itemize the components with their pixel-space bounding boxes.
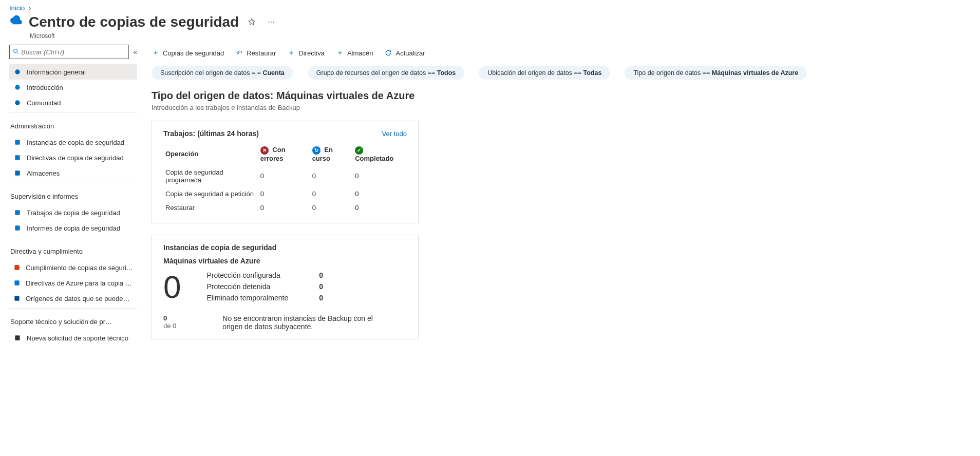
plus-icon: ＋ <box>287 49 295 57</box>
policy-button[interactable]: ＋ Directiva <box>287 49 325 57</box>
sidebar-item[interactable]: Directivas de copia de seguridad <box>9 150 137 165</box>
search-input[interactable] <box>21 48 125 56</box>
sidebar-section-title: Directiva y cumplimiento <box>9 240 87 258</box>
sidebar-item-label: Directivas de copia de seguridad <box>27 154 124 162</box>
sidebar-item-label: Orígenes de datos que se pueden proteger <box>26 295 133 302</box>
jobs-table: Operación ✕ Con errores ↻ En curso ✓ Com… <box>163 143 407 215</box>
section-title: Tipo del origen de datos: Máquinas virtu… <box>152 90 970 102</box>
svg-point-0 <box>14 49 17 52</box>
toolbar: ＋ Copias de seguridad ↶ Restaurar ＋ Dire… <box>152 45 970 64</box>
svg-rect-10 <box>14 265 19 270</box>
instances-total: 0 <box>163 271 181 303</box>
nav-icon <box>13 279 21 287</box>
sidebar-item-label: Información general <box>27 68 86 76</box>
svg-point-2 <box>15 69 20 74</box>
undo-icon: ↶ <box>235 49 243 57</box>
vault-button[interactable]: ＋ Almacén <box>336 49 373 57</box>
nav-icon <box>13 263 21 272</box>
filter-pill[interactable]: Ubicación del origen de datos == Todas <box>479 66 610 80</box>
page-title: Centro de copias de seguridad <box>29 14 239 30</box>
stat-label: Protección detenida <box>206 282 288 291</box>
nav-icon <box>13 224 22 232</box>
stat-value: 0 <box>319 294 323 302</box>
svg-point-3 <box>15 85 20 89</box>
breadcrumb-home[interactable]: Inicio <box>9 4 25 12</box>
sidebar-item-label: Nueva solicitud de soporte técnico <box>27 334 128 342</box>
error-icon: ✕ <box>260 146 269 155</box>
table-row: Copia de seguridad programada000 <box>163 165 407 187</box>
page-header: Centro de copias de seguridad ⋯ <box>0 12 980 31</box>
search-box[interactable] <box>9 45 129 59</box>
nav-icon <box>13 99 22 107</box>
sidebar-item-label: Trabajos de copia de seguridad <box>27 209 120 217</box>
sidebar-item[interactable]: Instancias de copia de seguridad <box>9 135 137 150</box>
sidebar-item-label: Almacenes <box>27 169 60 177</box>
nav-icon <box>13 208 22 217</box>
vault-label: Almacén <box>347 49 373 57</box>
pin-button[interactable] <box>245 16 258 29</box>
table-row: Copia de seguridad a petición000 <box>163 187 407 201</box>
restore-button[interactable]: ↶ Restaurar <box>235 49 276 57</box>
op-header: Operación <box>163 143 258 165</box>
breadcrumb: Inicio › <box>0 0 980 12</box>
filter-row: Suscripción del origen de datos = = Cuen… <box>152 64 970 90</box>
instances-footnote: No se encontraron instancias de Backup c… <box>222 314 387 331</box>
svg-point-4 <box>15 100 20 105</box>
svg-rect-7 <box>15 170 20 175</box>
sidebar-section-title: Supervisión e informes <box>9 185 82 203</box>
sidebar-item[interactable]: Cumplimiento de copias de seguridad para… <box>9 260 137 275</box>
see-all-link[interactable]: Ver todo <box>382 130 407 138</box>
nav-icon <box>13 334 22 342</box>
filter-pill[interactable]: Suscripción del origen de datos = = Cuen… <box>152 66 293 80</box>
main-content: ＋ Copias de seguridad ↶ Restaurar ＋ Dire… <box>141 45 980 351</box>
failed-header: ✕ Con errores <box>258 143 310 165</box>
chevron-right-icon: › <box>29 4 31 12</box>
nav-icon <box>13 294 21 302</box>
filter-pill[interactable]: Grupo de recursos del origen de datos ==… <box>308 66 464 80</box>
check-icon: ✓ <box>355 146 363 155</box>
sidebar-item-label: Comunidad <box>27 99 61 107</box>
nav-icon <box>13 138 22 146</box>
sidebar-item-label: Instancias de copia de seguridad <box>27 139 124 146</box>
sidebar-item[interactable]: Nueva solicitud de soporte técnico <box>9 330 137 346</box>
sidebar-section-title: Soporte técnico y solución de problemas <box>9 311 117 329</box>
nav-icon <box>13 169 22 177</box>
of-label: de 0 <box>163 322 176 330</box>
collapse-sidebar-button[interactable]: « <box>133 48 137 56</box>
filter-pill[interactable]: Tipo de origen de datos == Máquinas virt… <box>625 66 807 80</box>
sidebar-item-label: Informes de copia de seguridad <box>27 224 120 232</box>
svg-rect-6 <box>15 155 20 160</box>
sidebar-item[interactable]: Almacenes <box>9 165 137 181</box>
sidebar-item[interactable]: Comunidad <box>9 95 137 110</box>
sidebar-item[interactable]: Introducción <box>9 80 137 95</box>
svg-line-1 <box>17 52 18 53</box>
inprogress-header: ↻ En curso <box>310 143 353 165</box>
page-subtitle: Microsoft <box>0 31 980 40</box>
sidebar-item[interactable]: Información general <box>9 64 137 80</box>
progress-icon: ↻ <box>312 146 321 155</box>
refresh-label: Actualizar <box>395 49 425 57</box>
sidebar-item[interactable]: Informes de copia de seguridad <box>9 220 137 236</box>
instances-card-title: Instancias de copia de seguridad <box>163 243 407 252</box>
table-row: Restaurar000 <box>163 201 407 215</box>
instances-card-subtitle: Máquinas virtuales de Azure <box>163 257 407 265</box>
section-subtitle: Introducción a los trabajos e instancias… <box>152 104 970 111</box>
instances-card: Instancias de copia de seguridad Máquina… <box>152 235 419 339</box>
stat-label: Eliminado temporalmente <box>206 294 288 302</box>
sidebar-item[interactable]: Orígenes de datos que se pueden proteger <box>9 291 137 306</box>
completed-header: ✓ Completado <box>353 143 407 165</box>
sidebar-item[interactable]: Trabajos de copia de seguridad <box>9 205 137 220</box>
more-button[interactable]: ⋯ <box>265 16 278 28</box>
nav-icon <box>13 83 22 91</box>
stat-label: Protección configurada <box>206 271 288 279</box>
sidebar-item[interactable]: Directivas de Azure para la copia de seg… <box>9 275 137 291</box>
backup-center-icon <box>9 15 23 29</box>
sidebar-item-label: Cumplimiento de copias de seguridad para… <box>26 264 133 272</box>
policy-label: Directiva <box>298 49 325 57</box>
backup-button[interactable]: ＋ Copias de seguridad <box>152 49 224 57</box>
sidebar-item-label: Introducción <box>27 84 63 91</box>
of-count: 0 <box>163 314 176 322</box>
refresh-button[interactable]: Actualizar <box>384 49 425 57</box>
jobs-card-title: Trabajos: (últimas 24 horas) <box>163 129 259 138</box>
sidebar: « Información generalIntroducciónComunid… <box>0 45 141 351</box>
